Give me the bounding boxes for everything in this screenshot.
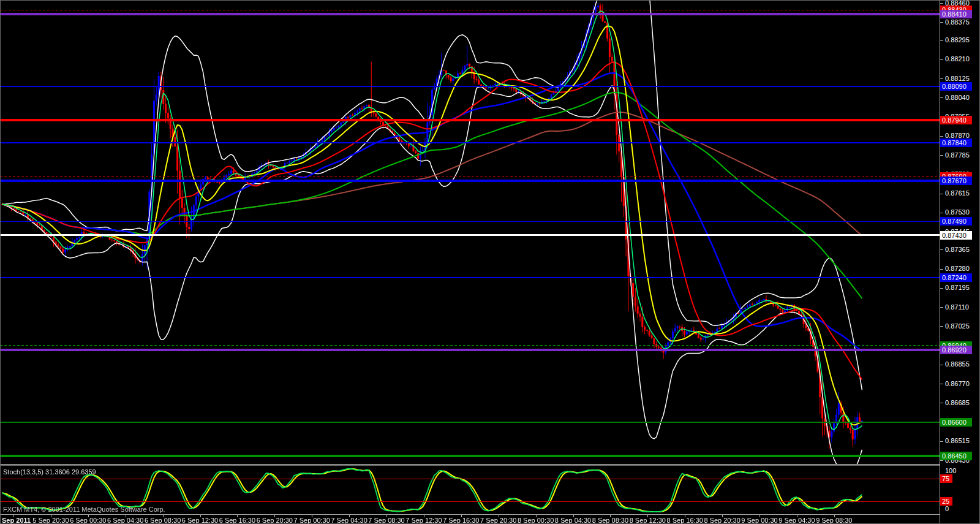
- time-axis-label: 8 Sep 00:30: [518, 517, 554, 524]
- stoch-level-line-75: [0, 479, 940, 479]
- price-line-badge-0.88090: 0.88090: [940, 82, 972, 91]
- stoch-level-badge-75: 75: [940, 474, 952, 483]
- price-axis-tickmark: [940, 269, 943, 270]
- time-axis-label: 9 Sep 08:30: [816, 517, 852, 524]
- horizontal-line-0.88090[interactable]: [0, 86, 940, 87]
- price-line-badge-0.87670: 0.87670: [940, 177, 972, 185]
- price-line-badge-0.86920: 0.86920: [940, 346, 972, 354]
- price-line-badge-0.87430: 0.87430: [940, 231, 972, 240]
- horizontal-line-0.87840[interactable]: [0, 142, 940, 143]
- price-axis-tick-label: 0.87365: [945, 246, 970, 254]
- time-axis-label: 7 Sep 20:30: [480, 517, 516, 524]
- horizontal-line-0.87670[interactable]: [0, 180, 940, 182]
- price-axis-tickmark: [940, 136, 943, 137]
- price-axis-tickmark: [940, 441, 943, 442]
- price-axis-tickmark: [940, 403, 943, 403]
- time-axis-label: 8 Sep 12:30: [630, 517, 666, 524]
- horizontal-line-0.88410[interactable]: [0, 13, 940, 15]
- price-line-badge-0.87240: 0.87240: [940, 273, 972, 282]
- time-axis-label: 6 Sep 04:30: [107, 517, 143, 524]
- price-axis-tickmark: [940, 59, 943, 60]
- stoch-scale-bottom: 0: [945, 505, 949, 513]
- price-axis[interactable]: 0.884600.883750.882950.882100.881250.880…: [940, 0, 980, 524]
- pane-separator[interactable]: [0, 464, 940, 466]
- time-axis-label: 7 Sep 00:30: [294, 517, 330, 524]
- time-axis-label: 5 Sep 20:30: [32, 517, 69, 524]
- price-axis-tickmark: [940, 460, 943, 461]
- price-axis-tick-label: 0.86855: [945, 360, 970, 368]
- price-line-badge-0.86600: 0.86600: [940, 418, 972, 427]
- price-line-badge-0.87940: 0.87940: [940, 116, 972, 124]
- horizontal-line-0.87490[interactable]: [0, 221, 940, 222]
- price-axis-tick-label: 0.87530: [945, 208, 970, 216]
- price-axis-tickmark: [940, 326, 943, 327]
- price-axis-tickmark: [940, 155, 943, 156]
- price-axis-tick-label: 0.88375: [945, 18, 970, 26]
- price-axis-tick-label: 0.88125: [945, 75, 970, 83]
- price-axis-tickmark: [940, 78, 943, 79]
- price-axis-tickmark: [940, 3, 943, 4]
- price-axis-tick-label: 0.87195: [945, 284, 970, 292]
- time-axis-label: 5 Sep 2011: [0, 517, 31, 524]
- time-axis-label: 7 Sep 04:30: [331, 517, 367, 524]
- price-axis-tick-label: 0.88040: [945, 94, 970, 102]
- horizontal-line-0.86450[interactable]: [0, 455, 940, 457]
- price-axis-tickmark: [940, 194, 943, 194]
- horizontal-line-0.86940[interactable]: [0, 345, 940, 346]
- mt4-chart-window: Stoch(13,3,5) 31.3606 29.6359 FXCM MT4, …: [0, 0, 980, 524]
- price-line-badge-0.87490: 0.87490: [940, 217, 972, 226]
- price-axis-tick-label: 0.87110: [945, 303, 969, 311]
- price-axis-tickmark: [940, 22, 943, 23]
- price-axis-tick-label: 0.87025: [945, 322, 970, 330]
- time-axis-label: 9 Sep 04:30: [778, 517, 815, 524]
- stoch-level-badge-25: 25: [940, 497, 952, 506]
- horizontal-line-0.86920[interactable]: [0, 349, 940, 351]
- price-axis-tickmark: [940, 288, 943, 289]
- time-axis-label: 8 Sep 08:30: [592, 517, 628, 524]
- time-axis-label: 6 Sep 08:30: [145, 517, 181, 524]
- price-axis-tickmark: [940, 384, 943, 384]
- time-axis-label: 8 Sep 04:30: [555, 517, 591, 524]
- time-axis-label: 6 Sep 12:30: [182, 517, 218, 524]
- time-axis-label: 6 Sep 20:30: [257, 517, 293, 524]
- price-axis-tickmark: [940, 249, 943, 250]
- stoch-level-line-25: [0, 501, 940, 502]
- horizontal-line-0.87940[interactable]: [0, 119, 940, 121]
- time-axis-label: 7 Sep 08:30: [368, 517, 404, 524]
- horizontal-line-0.88430[interactable]: [0, 10, 940, 10]
- price-axis-tickmark: [940, 213, 943, 213]
- time-axis-label: 6 Sep 16:30: [219, 517, 255, 524]
- time-axis-label: 8 Sep 16:30: [667, 517, 703, 524]
- price-axis-tickmark: [940, 307, 943, 308]
- price-line-badge-0.86450: 0.86450: [940, 452, 972, 460]
- time-axis-label: 9 Sep 00:30: [741, 517, 777, 524]
- price-axis-tickmark: [940, 365, 943, 365]
- horizontal-line-0.86600[interactable]: [0, 422, 940, 423]
- time-axis-label: 8 Sep 20:30: [704, 517, 740, 524]
- price-axis-tick-label: 0.87615: [945, 189, 970, 197]
- price-chart-pane[interactable]: [0, 0, 940, 464]
- stochastic-pane[interactable]: Stoch(13,3,5) 31.3606 29.6359 FXCM MT4, …: [0, 466, 940, 514]
- price-axis-tickmark: [940, 97, 943, 98]
- price-line-badge-0.88410: 0.88410: [940, 10, 972, 18]
- time-axis-label: 7 Sep 16:30: [443, 517, 479, 524]
- price-axis-tick-label: 0.86515: [945, 437, 970, 445]
- price-axis-tick-label: 0.86685: [945, 399, 970, 407]
- price-axis-tick-label: 0.86770: [945, 380, 970, 388]
- time-axis-label: 7 Sep 12:30: [405, 517, 442, 524]
- main-chart-canvas[interactable]: [0, 0, 940, 464]
- price-axis-tickmark: [940, 40, 943, 41]
- stochastic-indicator-label: Stoch(13,3,5) 31.3606 29.6359: [3, 468, 96, 476]
- price-axis-tick-label: 0.87785: [945, 151, 970, 159]
- platform-branding-text: FXCM MT4, © 2001-2011 MetaQuotes Softwar…: [3, 506, 165, 513]
- stoch-scale-top: 100: [945, 467, 956, 475]
- price-line-badge-0.87840: 0.87840: [940, 139, 972, 147]
- horizontal-line-0.87240[interactable]: [0, 277, 940, 278]
- price-axis-tick-label: 0.88210: [945, 55, 970, 63]
- price-axis-tick-label: 0.88295: [945, 36, 970, 44]
- horizontal-line-0.87430[interactable]: [0, 234, 940, 236]
- price-axis-tick-label: 0.87280: [945, 265, 970, 273]
- horizontal-line-0.87690[interactable]: [0, 176, 940, 177]
- time-axis-label: 6 Sep 00:30: [70, 517, 106, 524]
- time-axis[interactable]: 5 Sep 20115 Sep 20:306 Sep 00:306 Sep 04…: [0, 514, 980, 524]
